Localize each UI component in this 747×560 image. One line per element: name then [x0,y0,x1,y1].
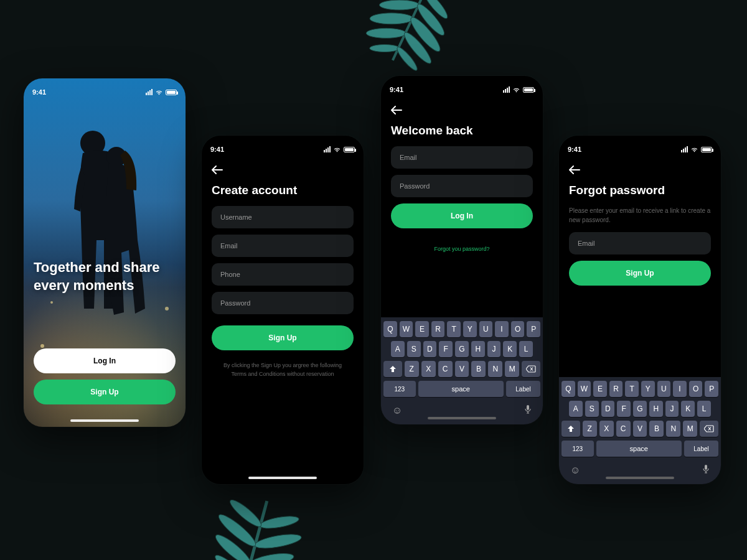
wifi-icon [690,146,698,154]
page-title: Create account [202,177,364,206]
key-n[interactable]: N [488,361,502,377]
key-z[interactable]: Z [583,421,597,437]
key-r[interactable]: R [431,321,445,337]
key-v[interactable]: V [455,361,469,377]
svg-point-32 [248,551,294,560]
key-h[interactable]: H [471,341,485,357]
key-j[interactable]: J [665,401,679,417]
wifi-icon [512,86,520,94]
key-c[interactable]: C [438,361,453,377]
email-field[interactable]: Email [391,146,533,169]
forgot-password-link[interactable]: Forgot you password? [381,235,543,263]
key-j[interactable]: J [487,341,501,357]
key-o[interactable]: O [689,381,703,397]
screen-landing: 9:41 Together and share every moments Lo… [24,78,186,427]
phone-field[interactable]: Phone [212,263,354,286]
username-field[interactable]: Username [212,206,354,228]
key-v[interactable]: V [633,421,647,437]
key-d[interactable]: D [601,401,615,417]
leaf-decoration [174,479,311,560]
wifi-icon [155,88,163,96]
key-z[interactable]: Z [405,361,419,377]
key-c[interactable]: C [616,421,631,437]
password-field[interactable]: Password [391,175,533,197]
battery-icon [523,87,534,93]
key-w[interactable]: W [400,321,413,337]
home-indicator [248,477,317,479]
space-key[interactable]: space [418,381,504,397]
mic-key[interactable] [702,464,710,477]
key-q[interactable]: Q [383,321,397,337]
status-indicators [324,146,355,154]
key-f[interactable]: F [617,401,631,417]
key-b[interactable]: B [471,361,486,377]
backspace-key[interactable] [522,361,540,377]
emoji-key[interactable]: ☺ [570,465,580,476]
password-field[interactable]: Password [212,292,354,314]
key-s[interactable]: S [585,401,599,417]
key-s[interactable]: S [407,341,421,357]
home-indicator [70,419,139,422]
key-k[interactable]: K [681,401,695,417]
battery-icon [344,147,355,152]
signup-button[interactable]: Sign Up [34,380,176,404]
login-button[interactable]: Log In [391,203,533,228]
signup-button[interactable]: Sign Up [212,325,354,350]
key-w[interactable]: W [578,381,591,397]
key-e[interactable]: E [593,381,607,397]
back-button[interactable] [559,157,721,177]
key-m[interactable]: M [683,421,697,437]
key-a[interactable]: A [569,401,583,417]
key-l[interactable]: L [697,401,711,417]
return-key[interactable]: Label [684,441,718,457]
numeric-key[interactable]: 123 [383,381,416,397]
signup-button[interactable]: Sign Up [569,261,711,286]
key-i[interactable]: I [673,381,687,397]
key-m[interactable]: M [505,361,519,377]
signal-icon [324,146,331,152]
key-q[interactable]: Q [561,381,575,397]
key-o[interactable]: O [511,321,525,337]
key-y[interactable]: Y [641,381,655,397]
numeric-key[interactable]: 123 [561,441,594,457]
key-b[interactable]: B [649,421,664,437]
back-arrow-icon [569,166,580,174]
key-y[interactable]: Y [463,321,477,337]
page-title: Welcome back [381,118,543,146]
key-u[interactable]: U [657,381,671,397]
key-f[interactable]: F [439,341,453,357]
svg-point-47 [165,307,169,310]
key-h[interactable]: H [649,401,663,417]
key-l[interactable]: L [519,341,533,357]
back-button[interactable] [202,157,364,177]
key-k[interactable]: K [503,341,517,357]
emoji-key[interactable]: ☺ [392,405,402,416]
instructions-text: Please enter your email to receive a lin… [559,206,721,232]
key-u[interactable]: U [479,321,493,337]
email-field[interactable]: Email [212,235,354,257]
login-button[interactable]: Log In [34,348,176,373]
key-x[interactable]: X [599,421,614,437]
page-title: Forgot password [559,177,721,206]
key-e[interactable]: E [415,321,429,337]
back-button[interactable] [381,97,543,118]
key-r[interactable]: R [609,381,623,397]
key-t[interactable]: T [447,321,461,337]
key-g[interactable]: G [633,401,647,417]
email-field[interactable]: Email [569,232,711,254]
key-p[interactable]: P [705,381,718,397]
space-key[interactable]: space [596,441,682,457]
return-key[interactable]: Label [506,381,540,397]
key-i[interactable]: I [495,321,509,337]
key-g[interactable]: G [455,341,469,357]
key-t[interactable]: T [625,381,639,397]
backspace-key[interactable] [700,421,718,437]
shift-key[interactable] [383,361,402,377]
key-n[interactable]: N [666,421,680,437]
key-a[interactable]: A [391,341,405,357]
mic-key[interactable] [524,404,532,417]
key-d[interactable]: D [423,341,437,357]
key-x[interactable]: X [421,361,436,377]
key-p[interactable]: P [527,321,540,337]
shift-key[interactable] [561,421,580,437]
